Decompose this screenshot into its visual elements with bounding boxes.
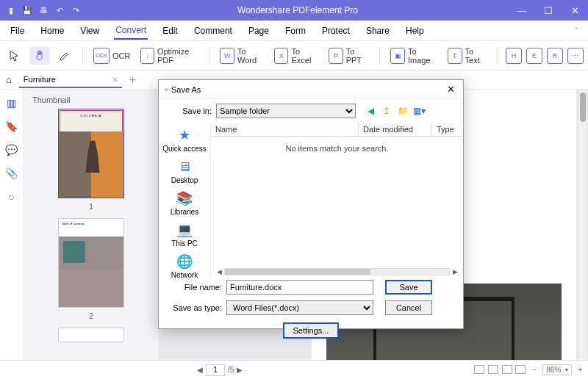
menu-form[interactable]: Form	[284, 23, 307, 39]
image-icon: ▣	[390, 48, 405, 64]
to-rtf-icon[interactable]: R	[547, 48, 563, 64]
bookmarks-icon[interactable]: 🔖	[5, 120, 18, 132]
menu-home[interactable]: Home	[39, 23, 65, 39]
redo-icon[interactable]: ↷	[71, 5, 81, 15]
zoom-dropdown[interactable]: 86%▾	[542, 364, 572, 375]
page-number-input[interactable]	[206, 364, 225, 376]
zoom-in-icon[interactable]: +	[578, 366, 582, 374]
word-icon: W	[220, 48, 234, 64]
menu-comment[interactable]: Comment	[193, 23, 234, 39]
to-text-button[interactable]: TTo Text	[445, 46, 490, 66]
to-word-button[interactable]: WTo Word	[217, 46, 267, 66]
save-in-dropdown[interactable]: Sample folder	[216, 104, 356, 118]
menu-file[interactable]: File	[9, 23, 26, 39]
thumbnail-page-1[interactable]: COLUMBIA	[58, 109, 124, 198]
title-bar: ▮ 💾 🖶 ↶ ↷ Wondershare PDFelement Pro — ☐…	[0, 0, 588, 21]
file-list: Name Date modified Type No items match y…	[210, 123, 463, 277]
place-quick-access[interactable]: ★Quick access	[162, 126, 206, 154]
to-epub-icon[interactable]: E	[526, 48, 542, 64]
single-page-icon[interactable]	[474, 365, 484, 374]
ocr-icon: OCR	[93, 48, 110, 64]
undo-icon[interactable]: ↶	[54, 5, 65, 15]
optimize-icon: ↓	[140, 48, 154, 64]
maximize-button[interactable]: ☐	[535, 0, 562, 21]
dialog-close-button[interactable]: ✕	[444, 84, 457, 95]
print-icon[interactable]: 🖶	[38, 5, 49, 15]
minimize-button[interactable]: —	[509, 0, 535, 21]
to-other-icon[interactable]: ⋯	[567, 48, 584, 64]
menu-bar: File Home View Convert Edit Comment Page…	[0, 21, 588, 41]
to-excel-button[interactable]: XTo Excel	[271, 46, 321, 66]
places-bar: ★Quick access 🖥Desktop 📚Libraries 💻This …	[159, 123, 210, 277]
tab-close-icon[interactable]: ×	[112, 75, 117, 84]
to-html-icon[interactable]: H	[506, 48, 522, 64]
menu-view[interactable]: View	[79, 23, 101, 39]
menu-protect[interactable]: Protect	[320, 23, 351, 39]
text-icon: T	[448, 48, 462, 64]
save-as-dialog: « Save As ✕ Save in: Sample folder ◀ ↥ 📁…	[158, 79, 464, 329]
place-this-pc[interactable]: 💻This PC	[171, 220, 198, 249]
thumb-label-2: 2	[29, 312, 153, 320]
horizontal-scrollbar[interactable]: ◀ ▶	[211, 267, 463, 277]
optimize-button[interactable]: ↓Optimize PDF	[137, 46, 201, 66]
sidebar-strip: ▥ 🔖 💬 📎 ○	[0, 90, 24, 360]
settings-button[interactable]: Settings...	[283, 322, 340, 339]
page-indicator: ◀ /5 ▶	[197, 364, 243, 376]
new-tab-button[interactable]: +	[129, 73, 136, 87]
select-tool[interactable]	[4, 47, 25, 65]
dialog-back-icon[interactable]: «	[165, 86, 168, 93]
nav-new-folder-icon[interactable]: 📁	[397, 105, 409, 117]
menu-edit[interactable]: Edit	[161, 23, 179, 39]
tab-label: Furniture	[24, 75, 56, 84]
nav-views-icon[interactable]: ▦▾	[413, 105, 425, 117]
ocr-button[interactable]: OCROCR	[90, 46, 133, 65]
filename-input[interactable]	[226, 280, 373, 295]
save-button[interactable]: Save	[385, 280, 432, 295]
saveastype-dropdown[interactable]: Word Files(*.docx)	[226, 300, 373, 315]
menu-share[interactable]: Share	[365, 23, 391, 39]
thumbnails-icon[interactable]: ▥	[7, 97, 16, 109]
place-desktop[interactable]: 🖥Desktop	[171, 157, 198, 186]
thumbnail-page-3[interactable]	[58, 328, 124, 342]
excel-icon: X	[274, 48, 289, 64]
collapse-ribbon-icon[interactable]: ⌃	[573, 26, 579, 35]
cancel-button[interactable]: Cancel	[385, 300, 432, 315]
scrollbar-vertical[interactable]	[579, 90, 587, 360]
page-total: /5	[228, 366, 234, 374]
place-libraries[interactable]: 📚Libraries	[171, 189, 198, 217]
menu-page[interactable]: Page	[247, 23, 270, 39]
scroll-right-icon[interactable]: ▶	[450, 268, 460, 275]
dialog-title: Save As	[171, 85, 444, 94]
to-image-button[interactable]: ▣To Image	[387, 46, 440, 66]
filename-label: File name:	[166, 283, 222, 292]
close-button[interactable]: ✕	[562, 0, 588, 21]
zoom-out-icon[interactable]: −	[532, 366, 537, 374]
attachments-icon[interactable]: 📎	[5, 167, 18, 179]
col-type[interactable]: Type	[432, 123, 463, 136]
saveastype-label: Save as type:	[166, 303, 222, 312]
continuous-icon[interactable]	[488, 365, 498, 374]
facing-continuous-icon[interactable]	[515, 365, 526, 374]
nav-up-icon[interactable]: ↥	[381, 105, 392, 117]
place-network[interactable]: 🌐Network	[171, 252, 198, 281]
scroll-left-icon[interactable]: ◀	[214, 268, 224, 275]
nav-back-icon[interactable]: ◀	[365, 105, 376, 117]
save-icon[interactable]: 💾	[22, 5, 32, 15]
col-name[interactable]: Name	[211, 123, 359, 136]
save-in-label: Save in:	[166, 107, 212, 115]
edit-tool[interactable]	[54, 47, 75, 65]
hand-tool[interactable]	[29, 47, 50, 65]
comments-icon[interactable]: 💬	[5, 144, 18, 156]
menu-help[interactable]: Help	[404, 23, 426, 39]
column-headers[interactable]: Name Date modified Type	[211, 123, 463, 137]
facing-icon[interactable]	[502, 365, 512, 374]
home-tab-icon[interactable]: ⌂	[6, 74, 12, 85]
tab-furniture[interactable]: Furniture ×	[19, 72, 122, 88]
thumbnail-page-2[interactable]: Table of Contents	[58, 218, 124, 308]
to-ppt-button[interactable]: PTo PPT	[326, 46, 372, 66]
prev-page-icon[interactable]: ◀	[197, 366, 203, 374]
col-modified[interactable]: Date modified	[359, 123, 432, 136]
menu-convert[interactable]: Convert	[114, 22, 148, 40]
search-icon[interactable]: ○	[8, 191, 14, 203]
next-page-icon[interactable]: ▶	[237, 366, 243, 374]
